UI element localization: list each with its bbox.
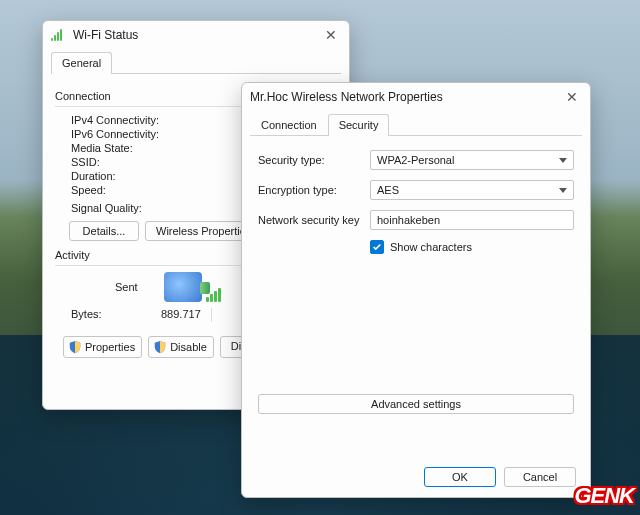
shield-icon bbox=[68, 340, 82, 354]
disable-button-label: Disable bbox=[170, 341, 207, 353]
disable-button[interactable]: Disable bbox=[148, 336, 214, 358]
encryption-type-select[interactable]: AES bbox=[370, 180, 574, 200]
security-type-label: Security type: bbox=[258, 154, 370, 166]
encryption-type-label: Encryption type: bbox=[258, 184, 370, 196]
wifi-status-titlebar[interactable]: Wi-Fi Status ✕ bbox=[43, 21, 349, 47]
show-characters-checkbox[interactable] bbox=[370, 240, 384, 254]
sent-label: Sent bbox=[115, 281, 138, 293]
security-key-value: hoinhakeben bbox=[377, 214, 440, 226]
security-type-select[interactable]: WPA2-Personal bbox=[370, 150, 574, 170]
watermark-logo: GENK bbox=[574, 483, 634, 509]
properties-button-label: Properties bbox=[85, 341, 135, 353]
properties-title: Mr.Hoc Wireless Network Properties bbox=[250, 90, 556, 104]
security-key-input[interactable]: hoinhakeben bbox=[370, 210, 574, 230]
details-button[interactable]: Details... bbox=[69, 221, 139, 241]
properties-button[interactable]: Properties bbox=[63, 336, 142, 358]
tab-connection[interactable]: Connection bbox=[250, 114, 328, 136]
wifi-status-title: Wi-Fi Status bbox=[73, 28, 315, 42]
close-icon[interactable]: ✕ bbox=[321, 27, 341, 43]
bytes-label: Bytes: bbox=[71, 308, 161, 322]
wifi-signal-icon bbox=[51, 29, 65, 41]
shield-icon bbox=[153, 340, 167, 354]
advanced-settings-button[interactable]: Advanced settings bbox=[258, 394, 574, 414]
close-icon[interactable]: ✕ bbox=[562, 89, 582, 105]
properties-tabs: Connection Security bbox=[250, 113, 582, 136]
cancel-button[interactable]: Cancel bbox=[504, 467, 576, 487]
tab-security[interactable]: Security bbox=[328, 114, 390, 136]
properties-body: Security type: WPA2-Personal Encryption … bbox=[242, 136, 590, 422]
check-icon bbox=[372, 242, 382, 252]
properties-titlebar[interactable]: Mr.Hoc Wireless Network Properties ✕ bbox=[242, 83, 590, 109]
show-characters-label: Show characters bbox=[390, 241, 472, 253]
bytes-value: 889.717 bbox=[161, 308, 201, 322]
computer-icon bbox=[164, 272, 202, 302]
wifi-status-tabs: General bbox=[51, 51, 341, 74]
ok-button[interactable]: OK bbox=[424, 467, 496, 487]
security-key-label: Network security key bbox=[258, 214, 370, 226]
tab-general[interactable]: General bbox=[51, 52, 112, 74]
security-type-value: WPA2-Personal bbox=[377, 154, 454, 166]
encryption-type-value: AES bbox=[377, 184, 399, 196]
network-properties-window: Mr.Hoc Wireless Network Properties ✕ Con… bbox=[241, 82, 591, 498]
